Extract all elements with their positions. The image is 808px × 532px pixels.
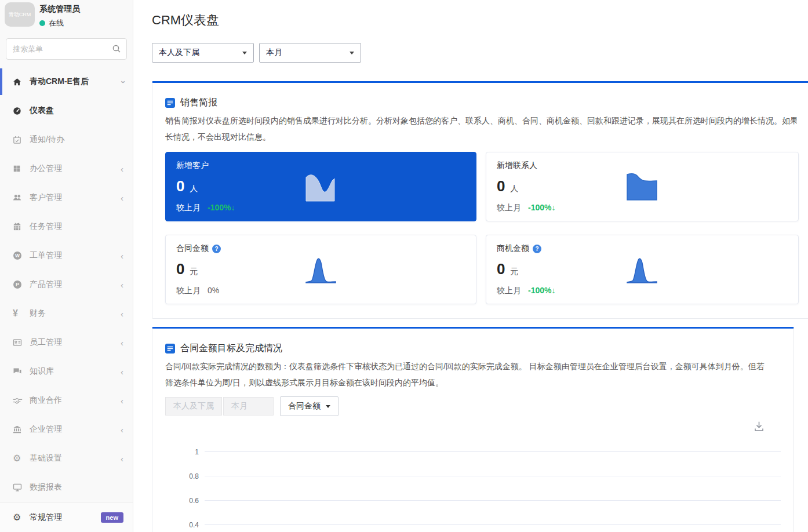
chevron-down-icon: ‹ [118,81,126,83]
contract-target-header: 合同金额目标及完成情况 [165,342,781,355]
sidebar: 青动CRM 系统管理员 在线 青动CRM-E售后‹仪表盘通知/待办办公管理‹客户… [0,0,133,532]
report-icon [165,344,175,354]
chevron-left-icon: ‹ [121,194,123,202]
sidebar-item-finance[interactable]: ¥财务‹ [0,299,133,328]
chart-grid-row: 1 [165,448,781,456]
p-circle-icon: P [13,280,25,289]
stat-label: 合同金额 [176,243,209,254]
stat-card-new-customers[interactable]: 新增客户0 人较上月-100%↓ [165,152,476,221]
contract-target-desc-line1: 合同/回款实际完成情况的数额为：仪表盘筛选条件下审核状态为已通过的合同/回款的实… [165,358,781,374]
metric-select-value: 合同金额 [288,401,321,411]
compare-value: -100%↓ [528,286,555,295]
help-icon[interactable]: ? [212,245,221,253]
stat-compare: 较上月-100%↓ [497,203,788,213]
stat-value: 0 元 [176,260,465,278]
sidebar-item-label: 常规管理 [30,512,101,523]
stat-card-contract-amount[interactable]: 合同金额?0 元较上月0% [165,235,476,304]
calendar-icon [13,223,25,231]
gears-icon: ⚙ [13,454,25,463]
target-chart: 10.80.60.4 [165,448,781,529]
sidebar-item-data-reports[interactable]: 数据报表 [0,473,133,502]
gears-icon: ⚙ [13,513,25,522]
stats-grid: 新增客户0 人较上月-100%↓新增联系人0 人较上月-100%↓合同金额?0 … [165,152,797,304]
sidebar-item-label: 任务管理 [30,221,123,232]
search-input[interactable] [6,38,127,60]
online-status-dot [39,20,45,26]
y-axis-tick: 0.6 [165,497,205,505]
sidebar-item-work-orders[interactable]: W工单管理‹ [0,241,133,270]
online-status-label: 在线 [49,18,64,28]
sales-brief-card: 销售简报 销售简报对仪表盘所选时间段内的销售成果进行对比分析。分析对象包括您的客… [152,81,808,319]
scope-filter-disabled: 本人及下属 [165,397,222,416]
sidebar-item-label: 基础设置 [30,453,121,464]
sidebar-item-notifications[interactable]: 通知/待办 [0,125,133,154]
scope-select[interactable]: 本人及下属 [152,43,254,63]
sales-brief-header: 销售简报 [165,97,797,109]
sidebar-item-office[interactable]: 办公管理‹ [0,154,133,183]
metric-select[interactable]: 合同金额 [280,396,339,416]
card-title: 合同金额目标及完成情况 [180,342,282,355]
period-select[interactable]: 本月 [259,43,361,63]
svg-text:W: W [15,253,20,258]
gridline [205,524,781,525]
sidebar-item-customers[interactable]: 客户管理‹ [0,183,133,212]
sales-brief-desc-line1: 销售简报对仪表盘所选时间段内的销售成果进行对比分析。分析对象包括您的客户、联系人… [165,112,797,129]
help-icon[interactable]: ? [533,245,541,253]
sidebar-item-root-app[interactable]: 青动CRM-E售后‹ [0,67,133,96]
monitor-icon [13,483,25,492]
sidebar-item-knowledge-base[interactable]: 知识库‹ [0,357,133,386]
stat-unit: 元 [187,267,198,276]
stat-label: 商机金额 [497,243,529,254]
stat-unit: 人 [187,184,198,193]
gridline [205,451,781,452]
compare-value: -100%↓ [208,203,235,212]
sidebar-item-label: 通知/待办 [30,134,123,145]
chevron-left-icon: ‹ [121,396,123,405]
svg-text:P: P [16,282,19,287]
stat-unit: 元 [508,267,518,276]
stat-compare: 较上月-100%↓ [497,286,788,296]
stat-value: 0 人 [176,177,465,195]
windows-icon [13,165,25,173]
main-content: CRM仪表盘 本人及下属 本月 销售简报 销售简报对仪表盘所选时间段内的销售成果… [133,0,808,532]
chevron-left-icon: ‹ [121,367,123,376]
calendar-check-icon [13,136,25,144]
stat-card-opportunity-amount[interactable]: 商机金额?0 元较上月-100%↓ [486,235,799,304]
chart-grid-row: 0.4 [165,521,781,529]
sidebar-item-tasks[interactable]: 任务管理 [0,212,133,241]
chevron-left-icon: ‹ [121,309,123,318]
stat-compare: 较上月-100%↓ [176,203,465,213]
stat-card-new-contacts[interactable]: 新增联系人0 人较上月-100%↓ [486,152,799,221]
stat-compare: 较上月0% [176,286,465,296]
compare-value: -100%↓ [528,203,555,212]
w-circle-icon: W [13,251,25,260]
sidebar-item-label: 财务 [30,308,121,319]
stat-value: 0 元 [497,260,788,278]
caret-down-icon [242,52,247,54]
sidebar-item-base-settings[interactable]: ⚙基础设置‹ [0,444,133,473]
chevron-left-icon: ‹ [121,252,123,260]
chart-toolbar [165,421,781,432]
target-card-filters: 本人及下属 本月 合同金额 [165,396,781,416]
compare-value: 0% [208,286,219,295]
scope-select-value: 本人及下属 [159,48,199,58]
sidebar-menu: 青动CRM-E售后‹仪表盘通知/待办办公管理‹客户管理‹任务管理W工单管理‹P产… [0,67,133,502]
sidebar-item-employees[interactable]: 员工管理‹ [0,328,133,357]
contract-target-card: 合同金额目标及完成情况 合同/回款实际完成情况的数额为：仪表盘筛选条件下审核状态… [152,327,794,532]
handshake-icon [13,396,25,406]
chevron-left-icon: ‹ [121,454,123,463]
page-title: CRM仪表盘 [152,12,808,29]
sidebar-item-dashboard[interactable]: 仪表盘 [0,96,133,125]
card-title: 销售简报 [180,97,217,109]
contract-target-desc-line2: 筛选条件单位为周/日，则以虚线形式展示月目标金额在该时间段内的平均值。 [165,374,781,391]
sidebar-item-label: 知识库 [30,366,121,377]
period-select-value: 本月 [266,48,282,58]
download-icon[interactable] [754,421,765,432]
menu-search [6,38,127,60]
sidebar-item-enterprise[interactable]: 企业管理‹ [0,415,133,444]
active-indicator [0,68,2,95]
sidebar-item-cooperation[interactable]: 商业合作‹ [0,386,133,415]
sidebar-item-products[interactable]: P产品管理‹ [0,270,133,299]
chevron-left-icon: ‹ [121,280,123,289]
sidebar-item-general-admin[interactable]: ⚙ 常规管理 new [0,502,133,532]
